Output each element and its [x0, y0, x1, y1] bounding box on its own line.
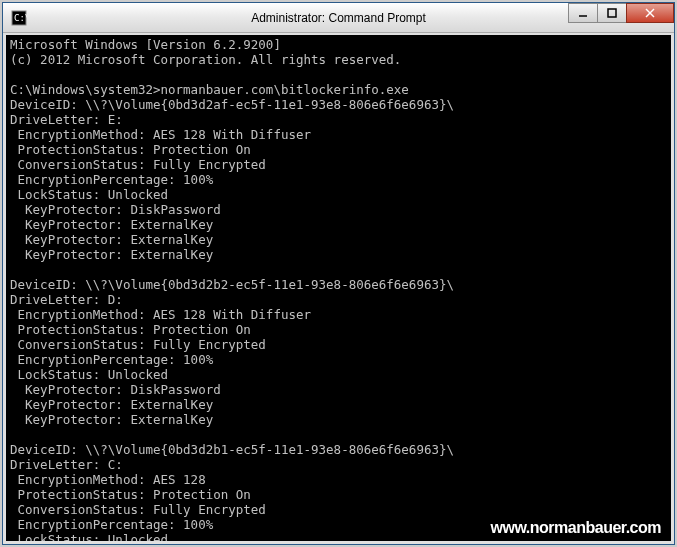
- console-command: normanbauer.com\bitlockerinfo.exe: [161, 82, 409, 97]
- console-line: KeyProtector: ExternalKey: [10, 397, 213, 412]
- titlebar[interactable]: C:\ Administrator: Command Prompt: [3, 3, 674, 33]
- console-line: KeyProtector: ExternalKey: [10, 412, 213, 427]
- console-line: DriveLetter: D:: [10, 292, 123, 307]
- console-line: KeyProtector: DiskPassword: [10, 382, 221, 397]
- maximize-button[interactable]: [597, 3, 627, 23]
- console-line: Microsoft Windows [Version 6.2.9200]: [10, 37, 281, 52]
- console-line: EncryptionPercentage: 100%: [10, 172, 213, 187]
- console-line: DeviceID: \\?\Volume{0bd3d2b2-ec5f-11e1-…: [10, 277, 454, 292]
- console-line: ProtectionStatus: Protection On: [10, 322, 251, 337]
- svg-text:C:\: C:\: [14, 13, 27, 23]
- console-line: EncryptionPercentage: 100%: [10, 517, 213, 532]
- console-line: ProtectionStatus: Protection On: [10, 487, 251, 502]
- console-line: EncryptionMethod: AES 128 With Diffuser: [10, 307, 311, 322]
- watermark: www.normanbauer.com: [491, 520, 661, 535]
- console-line: ConversionStatus: Fully Encrypted: [10, 157, 266, 172]
- console-line: KeyProtector: ExternalKey: [10, 232, 213, 247]
- command-prompt-window: C:\ Administrator: Command Prompt Micros…: [2, 2, 675, 545]
- console-line: ConversionStatus: Fully Encrypted: [10, 337, 266, 352]
- console-area[interactable]: Microsoft Windows [Version 6.2.9200] (c)…: [3, 33, 674, 544]
- console-line: DeviceID: \\?\Volume{0bd3d2b1-ec5f-11e1-…: [10, 442, 454, 457]
- console-line: EncryptionPercentage: 100%: [10, 352, 213, 367]
- console-line: DriveLetter: C:: [10, 457, 123, 472]
- console-line: KeyProtector: DiskPassword: [10, 202, 221, 217]
- cmd-icon: C:\: [11, 10, 27, 26]
- console-line: (c) 2012 Microsoft Corporation. All righ…: [10, 52, 401, 67]
- svg-rect-3: [608, 9, 616, 17]
- close-button[interactable]: [626, 3, 674, 23]
- console-line: DeviceID: \\?\Volume{0bd3d2af-ec5f-11e1-…: [10, 97, 454, 112]
- console-line: EncryptionMethod: AES 128: [10, 472, 206, 487]
- console-prompt: C:\Windows\system32>: [10, 82, 161, 97]
- console-line: DriveLetter: E:: [10, 112, 123, 127]
- window-controls: [569, 3, 674, 25]
- console-line: KeyProtector: ExternalKey: [10, 217, 213, 232]
- console-line: LockStatus: Unlocked: [10, 367, 168, 382]
- console-line: ProtectionStatus: Protection On: [10, 142, 251, 157]
- console-line: KeyProtector: ExternalKey: [10, 247, 213, 262]
- console-line: LockStatus: Unlocked: [10, 187, 168, 202]
- console-line: EncryptionMethod: AES 128 With Diffuser: [10, 127, 311, 142]
- console-line: ConversionStatus: Fully Encrypted: [10, 502, 266, 517]
- console-line: LockStatus: Unlocked: [10, 532, 168, 544]
- minimize-button[interactable]: [568, 3, 598, 23]
